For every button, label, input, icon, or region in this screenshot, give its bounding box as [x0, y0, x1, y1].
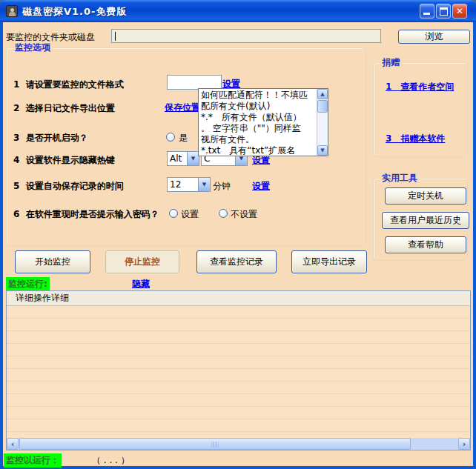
option5-label: 5 设置自动保存记录的时间: [13, 180, 124, 193]
tooltip-line: *.txt 具有“txt”扩展名: [201, 145, 317, 156]
user-history-button[interactable]: 查看用户最近历史: [382, 212, 469, 229]
log-listview: 详细操作详细 ‹ ›: [6, 290, 471, 450]
dropdown-arrow-icon[interactable]: ▼: [187, 152, 199, 165]
scroll-up-icon[interactable]: ▲: [317, 89, 328, 99]
password-set-radio[interactable]: [169, 209, 178, 218]
option4-number: 4: [13, 155, 19, 165]
tooltip-line: 配所有文件(默认): [201, 101, 317, 112]
option3-text: 是否开机启动？: [26, 133, 88, 143]
file-format-input[interactable]: [167, 75, 222, 90]
maximize-icon: [440, 7, 448, 16]
view-records-button[interactable]: 查看监控记录: [196, 250, 277, 273]
hotkey-modifier-value: Alt: [168, 153, 187, 164]
tooltip-line: 视所有文件。: [201, 134, 317, 145]
autosave-interval-value: 12: [168, 179, 198, 190]
close-icon: ✕: [456, 7, 463, 16]
option2-number: 2: [13, 103, 19, 113]
hide-link[interactable]: 隐藏: [132, 278, 150, 290]
tooltip-line: 如何匹配通配符！！不填匹: [201, 90, 317, 101]
option6-label: 6 在软件重现时是否提示输入密码？: [13, 208, 159, 221]
tooltip-scrollbar[interactable]: ▲ ▼: [317, 89, 328, 156]
log-list-body[interactable]: [7, 306, 470, 438]
stop-monitor-button[interactable]: 停止监控: [105, 250, 179, 273]
tooltip-scroll-thumb[interactable]: [317, 100, 328, 113]
wildcard-help-tooltip: 如何匹配通配符！！不填匹 配所有文件(默认) *.* 所有文件（默认值） 。 空…: [198, 88, 328, 156]
option3-label: 3 是否开机启动？: [13, 132, 88, 144]
option5-text: 设置自动保存记录的时间: [26, 181, 124, 191]
close-button[interactable]: ✕: [452, 4, 467, 19]
view-help-button[interactable]: 查看帮助: [385, 236, 466, 253]
donate-group-label: 捐赠: [380, 56, 402, 69]
tooltip-text: 如何匹配通配符！！不填匹 配所有文件(默认) *.* 所有文件（默认值） 。 空…: [199, 89, 317, 156]
scroll-left-icon[interactable]: ‹: [7, 438, 19, 450]
footer-detail-text: （ . . . ）: [92, 454, 130, 467]
option1-number: 1: [13, 79, 19, 90]
scroll-right-icon[interactable]: ›: [458, 438, 470, 450]
options-group-label: 监控选项: [13, 41, 53, 54]
password-set-label: 设置: [181, 208, 199, 221]
browse-button[interactable]: 浏览: [398, 30, 470, 44]
minutes-label: 分钟: [213, 180, 231, 193]
app-icon: [6, 5, 18, 17]
log-column-header[interactable]: 详细操作详细: [7, 291, 470, 306]
autostart-yes-radio[interactable]: [166, 133, 175, 142]
minimize-icon: [423, 13, 430, 15]
option4-label: 4 设置软件显示隐藏热键: [13, 154, 115, 167]
monitor-running-badge: 监控运行:: [6, 277, 50, 291]
text-caret: [115, 32, 116, 41]
option4-text: 设置软件显示隐藏热键: [26, 155, 115, 165]
file-format-value: [168, 79, 170, 89]
export-records-button[interactable]: 立即导出记录: [291, 250, 367, 273]
tooltip-line: 。 空字符串（""）同样监: [201, 123, 317, 134]
autostart-yes-label: 是: [179, 132, 188, 144]
titlebar[interactable]: 磁盘密探V1.0-免费版 ✕: [0, 0, 476, 22]
scrollbar-grip-icon: [212, 442, 219, 448]
window-content: 要监控的文件夹或磁盘 浏览 监控选项 1 请设置要监控的文件格式 设置 2 选择…: [3, 22, 473, 466]
password-noset-radio[interactable]: [219, 209, 228, 218]
minimize-button[interactable]: [420, 4, 434, 19]
scrollbar-thumb[interactable]: [19, 438, 411, 450]
option1-text: 请设置要监控的文件格式: [26, 79, 124, 90]
footer-status-badge: 监控以运行：: [4, 453, 62, 468]
horizontal-scrollbar[interactable]: ‹ ›: [7, 438, 470, 450]
tools-group-label: 实用工具: [380, 172, 420, 184]
window-title: 磁盘密探V1.0-免费版: [22, 5, 128, 19]
interval-set-link[interactable]: 设置: [252, 180, 270, 193]
log-header-label: 详细操作详细: [7, 292, 69, 305]
scroll-down-icon[interactable]: ▼: [317, 145, 328, 156]
option2-label: 2 选择日记文件导出位置: [13, 102, 115, 115]
donate-software-link[interactable]: 3 捐赠本软件: [386, 133, 445, 145]
author-space-link[interactable]: 1 查看作者空间: [386, 81, 454, 93]
option1-label: 1 请设置要监控的文件格式: [13, 79, 124, 91]
dropdown-arrow-icon[interactable]: ▼: [198, 178, 210, 191]
password-noset-label: 不设置: [231, 208, 257, 221]
autosave-interval-combo[interactable]: 12 ▼: [167, 177, 211, 192]
monitor-path-input[interactable]: [111, 29, 381, 43]
app-icon-body: [9, 12, 16, 17]
option5-number: 5: [13, 181, 19, 191]
start-monitor-button[interactable]: 开始监控: [15, 250, 90, 273]
app-window: 磁盘密探V1.0-免费版 ✕ 要监控的文件夹或磁盘 浏览 监控选项 1 请设置要…: [0, 0, 476, 469]
maximize-button[interactable]: [436, 4, 451, 19]
monitor-path-value: [112, 33, 116, 43]
donate-groupbox: 捐赠 1 查看作者空间 3 捐赠本软件: [373, 62, 468, 157]
hotkey-modifier-combo[interactable]: Alt ▼: [167, 151, 199, 166]
option6-text: 在软件重现时是否提示输入密码？: [26, 209, 159, 219]
option6-number: 6: [13, 209, 19, 219]
timed-shutdown-button[interactable]: 定时关机: [385, 187, 466, 204]
save-location-link[interactable]: 保存位置: [165, 102, 200, 114]
option3-number: 3: [13, 133, 19, 143]
option2-text: 选择日记文件导出位置: [26, 103, 115, 113]
tooltip-line: *.* 所有文件（默认值）: [201, 112, 317, 123]
tools-groupbox: 实用工具 定时关机 查看用户最近历史 查看帮助: [373, 178, 468, 261]
